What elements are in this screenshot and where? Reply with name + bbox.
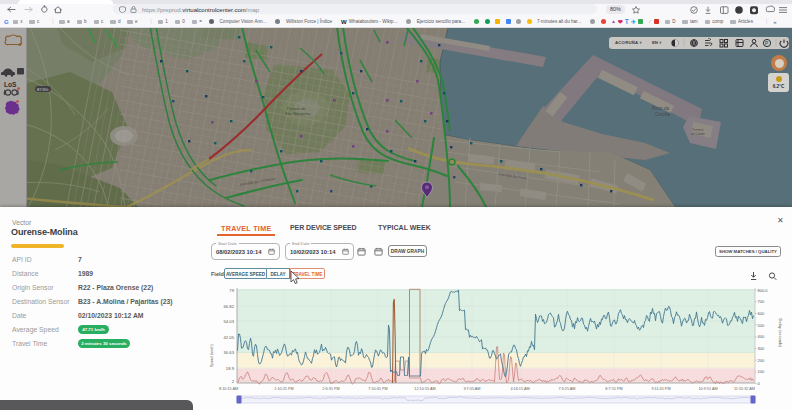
svg-text:0: 0: [758, 381, 761, 386]
svg-text:BT/Wifi: BT/Wifi: [37, 88, 48, 92]
svg-text:600: 600: [758, 311, 765, 316]
svg-text:2:6:35 PM: 2:6:35 PM: [322, 387, 339, 391]
svg-text:18.9: 18.9: [226, 366, 235, 371]
svg-text:1:10:25 PM: 1:10:25 PM: [274, 387, 293, 391]
svg-text:Delay (seconds): Delay (seconds): [778, 319, 783, 349]
svg-text:79: 79: [229, 288, 234, 293]
svg-text:200: 200: [758, 358, 765, 363]
svg-text:500: 500: [758, 323, 765, 328]
svg-text:2: 2: [232, 379, 235, 384]
svg-text:300: 300: [758, 346, 765, 351]
svg-text:10:9:55 AM: 10:9:55 AM: [698, 387, 717, 391]
svg-text:100: 100: [758, 369, 765, 374]
svg-text:9:11:45 PM: 9:11:45 PM: [651, 387, 670, 391]
svg-text:7:10:45 PM: 7:10:45 PM: [368, 387, 387, 391]
svg-text:400: 400: [758, 334, 765, 339]
svg-text:42.05: 42.05: [224, 335, 235, 340]
svg-text:8:7:55 PM: 8:7:55 PM: [605, 387, 622, 391]
svg-text:Speed (km/h): Speed (km/h): [210, 343, 214, 367]
svg-text:12:10:55 AM: 12:10:55 AM: [414, 387, 435, 391]
svg-text:3:7:05 AM: 3:7:05 AM: [463, 387, 480, 391]
svg-text:700: 700: [758, 299, 765, 304]
svg-text:4:16:15 AM: 4:16:15 AM: [510, 387, 529, 391]
svg-text:54.03: 54.03: [224, 319, 235, 324]
svg-text:P: P: [765, 40, 769, 46]
svg-text:11:55:32 AM: 11:55:32 AM: [734, 387, 755, 391]
svg-text:LoS: LoS: [4, 81, 17, 88]
svg-text:800.0: 800.0: [758, 288, 769, 293]
svg-text:8:10:15 AM: 8:10:15 AM: [219, 387, 238, 391]
svg-text:66.82: 66.82: [224, 304, 235, 309]
svg-text:30.63: 30.63: [224, 350, 235, 355]
svg-text:7:3:25 AM: 7:3:25 AM: [558, 387, 575, 391]
